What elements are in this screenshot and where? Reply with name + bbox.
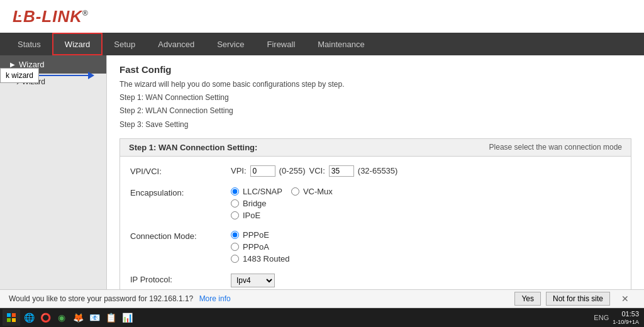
svg-rect-2 <box>7 318 11 322</box>
taskbar-lang: ENG <box>594 314 609 321</box>
vpi-range: (0-255) <box>279 166 306 175</box>
nav-setup[interactable]: Setup <box>103 33 147 55</box>
password-bar-close[interactable]: ✕ <box>615 292 635 306</box>
ip-protocol-label: IP Protocol: <box>130 274 231 284</box>
encap-bridge-row: Bridge <box>231 199 621 208</box>
vpi-prefix: VPI: <box>231 166 247 175</box>
encapsulation-label: Encapsulation: <box>130 187 231 197</box>
conn-pppoe-radio[interactable] <box>231 231 239 239</box>
ip-protocol-select[interactable]: Ipv4 Ipv6 <box>231 274 275 287</box>
connection-mode-label: Connection Mode: <box>130 230 231 241</box>
taskbar-app1-icon[interactable]: 📧 <box>87 309 102 326</box>
encap-bridge-label: Bridge <box>243 199 267 208</box>
step3-desc: Step 3: Save Setting <box>119 119 631 131</box>
conn-pppoe-label: PPPoE <box>243 230 269 240</box>
encap-vcmux-radio[interactable] <box>291 187 299 196</box>
svg-rect-0 <box>7 313 11 317</box>
step1-hint: Please select the wan connection mode <box>489 143 622 152</box>
taskbar-app2-icon[interactable]: 📋 <box>103 309 118 326</box>
tooltip-text: k wizard <box>0 68 39 83</box>
svg-rect-1 <box>12 313 16 317</box>
nav-firewall[interactable]: Firewall <box>255 33 306 55</box>
vpi-vci-label: VPI/VCI: <box>130 165 231 176</box>
content-area: Fast Config The wizard will help you do … <box>107 55 644 308</box>
taskbar-right: ENG 01:53 1-10/9+1A <box>594 310 641 325</box>
password-message: Would you like to store your password fo… <box>9 294 509 303</box>
conn-1483-row: 1483 Routed <box>231 254 621 263</box>
encap-vcmux-label: VC-Mux <box>303 187 333 196</box>
main-container: Wizard Wizard Fast Config The wizard wil… <box>0 55 644 308</box>
encap-ipoe-radio[interactable] <box>231 211 239 219</box>
nav-wizard[interactable]: Wizard <box>52 33 103 55</box>
conn-pppoe-row: PPPoE <box>231 230 621 240</box>
conn-pppoa-row: PPPoA <box>231 242 621 252</box>
encap-llc-label: LLC/SNAP <box>243 187 282 196</box>
conn-1483-radio[interactable] <box>231 255 239 263</box>
logo-bar: ĿB-LINK® <box>0 0 644 33</box>
taskbar-firefox-icon[interactable]: 🦊 <box>70 309 86 326</box>
conn-1483-label: 1483 Routed <box>243 254 289 263</box>
tooltip-annotation: k wizard <box>0 68 89 83</box>
vpi-vci-value: VPI: (0-255) VCI: (32-65535) <box>231 165 621 177</box>
brand-logo: ĿB-LINK® <box>13 7 89 26</box>
windows-icon <box>6 313 16 323</box>
taskbar-clock: 01:53 1-10/9+1A <box>613 310 639 325</box>
form-area: VPI/VCI: VPI: (0-255) VCI: (32-65535) En… <box>119 157 631 302</box>
nav-maintenance[interactable]: Maintenance <box>306 33 375 55</box>
vci-prefix: VCI: <box>309 166 325 175</box>
fast-config-desc: The wizard will help you do some basic c… <box>119 79 631 91</box>
password-bar: Would you like to store your password fo… <box>0 289 644 308</box>
taskbar: 🌐 ⭕ ◉ 🦊 📧 📋 📊 ENG 01:53 1-10/9+1A <box>0 308 644 327</box>
step1-label: Step 1: WAN Connection Setting: <box>129 143 257 152</box>
encap-llc-radio[interactable] <box>231 187 239 196</box>
ip-protocol-row: IP Protocol: Ipv4 Ipv6 <box>130 271 621 290</box>
connection-mode-row: Connection Mode: PPPoE PPPoA <box>130 228 621 266</box>
encapsulation-row: Encapsulation: LLC/SNAP VC-Mux <box>130 184 621 223</box>
encap-bridge-radio[interactable] <box>231 199 239 208</box>
vpi-input[interactable] <box>250 165 275 177</box>
fast-config-title: Fast Config <box>119 64 631 75</box>
encap-llc-row: LLC/SNAP <box>231 187 282 196</box>
not-for-site-button[interactable]: Not for this site <box>546 292 610 306</box>
encapsulation-options: LLC/SNAP VC-Mux Bridge <box>231 187 621 220</box>
nav-bar: Status Wizard Setup Advanced Service Fir… <box>0 33 644 55</box>
nav-advanced[interactable]: Advanced <box>147 33 206 55</box>
taskbar-chrome-icon[interactable]: ◉ <box>54 309 69 326</box>
encap-vcmux-row: VC-Mux <box>291 187 333 196</box>
conn-pppoa-label: PPPoA <box>243 242 269 252</box>
taskbar-opera-icon[interactable]: ⭕ <box>38 309 53 326</box>
taskbar-app3-icon[interactable]: 📊 <box>119 309 135 326</box>
tooltip-arrow <box>39 75 89 76</box>
conn-pppoa-radio[interactable] <box>231 243 239 251</box>
encap-ipoe-label: IPoE <box>243 211 260 220</box>
connection-mode-options: PPPoE PPPoA 1483 Routed <box>231 230 621 263</box>
sidebar: Wizard Wizard <box>0 55 107 308</box>
vpi-vci-row: VPI/VCI: VPI: (0-255) VCI: (32-65535) <box>130 163 621 179</box>
encap-ipoe-row: IPoE <box>231 211 621 220</box>
nav-status[interactable]: Status <box>6 33 52 55</box>
svg-rect-3 <box>12 318 16 322</box>
more-info-link[interactable]: More info <box>199 294 231 303</box>
taskbar-ie-icon[interactable]: 🌐 <box>21 309 36 326</box>
nav-service[interactable]: Service <box>206 33 255 55</box>
vci-input[interactable] <box>329 165 354 177</box>
start-button[interactable] <box>3 309 20 326</box>
step1-desc: Step 1: WAN Connection Setting <box>119 92 631 104</box>
yes-button[interactable]: Yes <box>514 292 541 306</box>
step1-header: Step 1: WAN Connection Setting: Please s… <box>119 138 631 157</box>
vci-range: (32-65535) <box>358 166 398 175</box>
step2-desc: Step 2: WLAN Connection Setting <box>119 105 631 117</box>
ip-protocol-value: Ipv4 Ipv6 <box>231 274 621 287</box>
